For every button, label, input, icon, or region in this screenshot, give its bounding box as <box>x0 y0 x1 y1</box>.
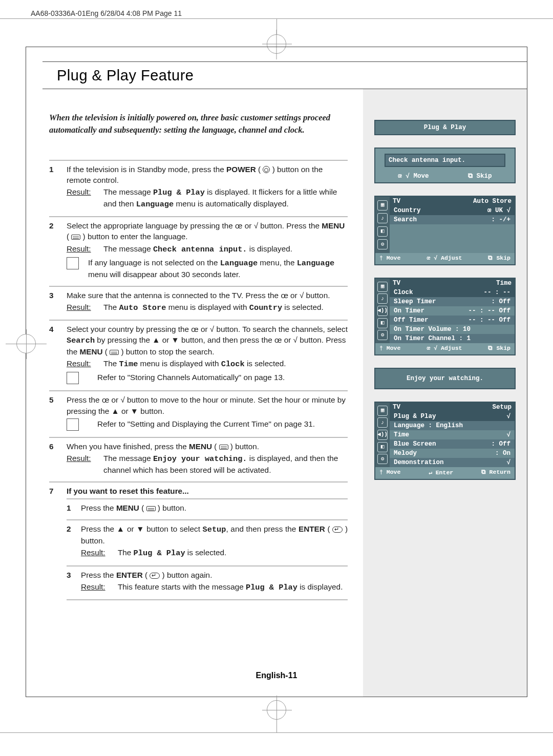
osd-country-label: Country <box>394 207 421 214</box>
setup-icon: ⚙ <box>377 330 388 340</box>
t: œ <box>274 335 282 344</box>
t: ) button to enter the language. <box>80 232 187 241</box>
menu-glyph-icon: ⧉ <box>468 173 473 180</box>
sound-icon: ♪ <box>377 213 388 223</box>
t: -- : -- Off <box>468 317 511 324</box>
t: or <box>243 221 254 230</box>
result-label: Result: <box>67 302 103 313</box>
t: Blue Screen <box>394 440 436 448</box>
t: The message <box>103 187 153 196</box>
t: On Timer Channel : 1 <box>394 335 471 342</box>
t: Enjoy your watching. <box>153 454 247 464</box>
osd-sidebar: ▦ ♪ ◀)) ◧ ⚙ <box>375 403 390 467</box>
power-icon <box>263 166 270 173</box>
osd-plugplay-title: Plug & Play <box>374 120 516 135</box>
sound-icon: ♪ <box>377 293 388 304</box>
t: or <box>109 395 120 404</box>
t: ( <box>256 165 263 174</box>
t: The message <box>103 454 153 463</box>
t: is displayed. <box>297 582 343 591</box>
t: or <box>282 335 293 344</box>
osd-title-text: Setup <box>492 404 512 411</box>
t: Off Timer <box>394 317 429 324</box>
t: This feature starts with the message <box>118 582 246 591</box>
substep-number: 3 <box>67 570 81 593</box>
t: Press the <box>81 571 116 579</box>
t: menu will disappear about 30 seconds lat… <box>88 270 241 279</box>
t: Language <box>220 259 258 268</box>
step-number: 1 <box>49 164 67 210</box>
t: œ <box>235 221 242 230</box>
t: Plug & Play <box>246 583 297 592</box>
picture-icon: ▦ <box>377 282 388 292</box>
t: POWER <box>226 165 256 174</box>
t: menu is automatically displayed. <box>174 199 288 208</box>
enter-icon <box>332 527 343 533</box>
t: , and then press the <box>226 524 299 533</box>
result-label: Result: <box>81 581 118 593</box>
t: ( <box>325 524 332 533</box>
t: by pressing the ▲ or ▼ button, and then … <box>95 335 274 344</box>
t: button. <box>304 291 330 300</box>
arrows-lr-icon: œ √ <box>398 173 410 180</box>
substep-1: 1 Press the MENU ( ) button. <box>67 498 348 513</box>
channel-icon: ◧ <box>377 442 388 452</box>
menu-icon <box>110 350 119 355</box>
t: Plug & Play <box>134 549 185 558</box>
t: When you have finished, press the <box>67 442 189 451</box>
result-label: Result: <box>67 453 103 475</box>
step-4: 4 Select your country by pressing the œ … <box>49 320 348 384</box>
t: -- : -- <box>483 289 511 296</box>
t: ) button. <box>228 442 259 451</box>
t: Plug & Play <box>394 413 436 420</box>
t: ) button to stop the search. <box>119 347 214 356</box>
t: is selected. <box>282 303 324 311</box>
osd-check-antenna: Check antenna input. œ √ Move ⧉ Skip <box>374 148 516 183</box>
osd-time: ▦ ♪ ◀)) ◧ ⚙ TV Time Clock-- : -- Sleep T… <box>374 278 516 355</box>
step-number: 3 <box>49 290 67 313</box>
hint-skip: Skip <box>496 345 511 351</box>
t: button. Press the <box>258 221 322 230</box>
t: ) button again. <box>160 571 212 579</box>
t: Melody <box>394 450 417 457</box>
step-number: 2 <box>49 220 67 280</box>
osd-tv-label: TV <box>393 280 400 287</box>
hint-move: Move <box>387 255 401 261</box>
t: MENU <box>322 221 345 230</box>
t: Refer to "Setting and Displaying the Cur… <box>97 418 348 431</box>
osd-auto-store: ▦ ♪ ◧ ⚙ TV Auto Store Country œ UK √ <box>374 196 516 265</box>
osd-enjoy: Enjoy your watching. <box>374 368 516 389</box>
step-3: 3 Make sure that the antenna is connecte… <box>49 286 348 313</box>
t: menu is displayed with <box>166 303 249 311</box>
step-number: 4 <box>49 324 67 384</box>
step-7: 7 If you want to reset this feature... 1… <box>49 481 348 600</box>
t: The <box>118 548 134 557</box>
t: Time <box>119 360 138 369</box>
t: Search <box>67 336 95 345</box>
step-number: 6 <box>49 441 67 475</box>
t: or <box>199 325 210 333</box>
t: Auto Store <box>119 303 166 312</box>
t: ( <box>103 347 110 356</box>
t: On Timer <box>394 307 424 314</box>
t: Sleep Timer <box>394 298 436 305</box>
t: menu, the <box>258 258 297 267</box>
page-footer: English-11 <box>26 671 527 680</box>
t: is selected. <box>245 359 286 368</box>
t: Select the appropriate language by press… <box>67 221 235 230</box>
t: menu is displayed with <box>138 359 221 368</box>
t: Refer to "Storing Channels Automatically… <box>97 372 348 384</box>
t: The <box>103 359 119 368</box>
channel-icon: ◧ <box>377 318 388 328</box>
setup-icon: ⚙ <box>377 239 388 249</box>
t: Language : English <box>394 422 463 429</box>
channel-icon: ◧ <box>377 226 388 237</box>
step-number: 5 <box>49 394 67 430</box>
substep-number: 2 <box>67 523 81 559</box>
substep-number: 1 <box>67 502 81 513</box>
setup-icon: ⚙ <box>377 454 388 464</box>
t: Select your country by pressing the <box>67 325 191 333</box>
t: MENU <box>116 503 139 512</box>
t: ( <box>139 503 146 512</box>
menu-icon <box>71 235 80 240</box>
